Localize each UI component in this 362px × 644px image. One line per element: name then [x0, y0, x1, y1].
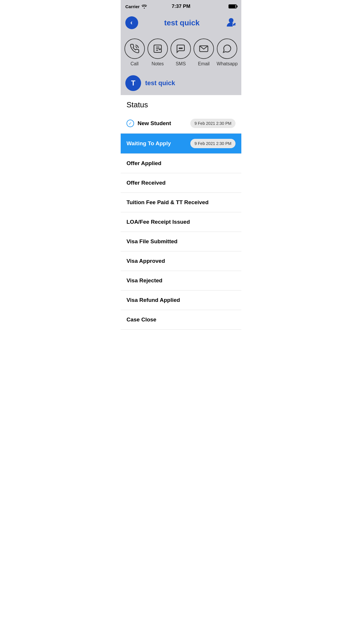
status-row-label-visa-approved: Visa Approved	[126, 258, 165, 264]
action-call[interactable]: Call	[124, 38, 145, 66]
contact-name: test quick	[145, 79, 175, 87]
status-row-label-visa-rejected: Visa Rejected	[126, 277, 162, 284]
status-item-waiting-to-apply[interactable]: Waiting To Apply9 Feb 2021 2:30 PM	[121, 134, 241, 154]
action-sms[interactable]: SMS	[171, 38, 191, 66]
status-row-case-close[interactable]: Case Close	[121, 310, 241, 330]
status-bar: Carrier 7:37 PM	[121, 0, 241, 13]
status-label-new-student: New Student	[138, 120, 171, 127]
status-label-waiting-to-apply: Waiting To Apply	[126, 140, 171, 147]
back-button[interactable]: ‹	[125, 16, 138, 29]
status-section-title: Status	[121, 95, 241, 113]
edit-user-icon	[226, 17, 237, 28]
call-icon	[130, 44, 140, 54]
action-email[interactable]: Email	[194, 38, 214, 66]
status-date-new-student: 9 Feb 2021 2:30 PM	[190, 119, 236, 128]
status-row-visa-rejected[interactable]: Visa Rejected	[121, 271, 241, 290]
status-bar-time: 7:37 PM	[172, 4, 190, 9]
email-icon	[199, 44, 209, 54]
sms-icon	[176, 44, 186, 54]
notes-circle	[147, 38, 168, 59]
status-item-left-new-student: ✓New Student	[126, 120, 171, 127]
email-label: Email	[198, 61, 210, 66]
status-row-label-offer-received: Offer Received	[126, 180, 166, 186]
status-row-label-loa-fee-receipt: LOA/Fee Receipt Issued	[126, 219, 190, 225]
battery-icon	[229, 4, 237, 8]
email-circle	[194, 38, 214, 59]
status-row-label-tuition-fee-paid: Tuition Fee Paid & TT Received	[126, 199, 209, 205]
actions-row: Call Notes SMS	[121, 34, 241, 72]
action-whatsapp[interactable]: Whatsapp	[217, 38, 238, 66]
status-bar-left: Carrier	[125, 4, 147, 9]
svg-point-7	[182, 48, 182, 49]
sms-label: SMS	[176, 61, 186, 66]
status-row-label-visa-refund-applied: Visa Refund Applied	[126, 297, 180, 303]
status-row-label-visa-file-submitted: Visa File Submitted	[126, 238, 178, 244]
contact-preview: T test quick	[121, 72, 241, 95]
status-bar-right	[229, 4, 237, 8]
page-title: test quick	[164, 18, 199, 27]
contact-avatar: T	[125, 75, 141, 91]
whatsapp-circle	[217, 38, 237, 59]
sms-circle	[171, 38, 191, 59]
wifi-icon	[141, 4, 147, 9]
check-icon-new-student: ✓	[126, 120, 134, 127]
contact-initials: T	[131, 79, 136, 87]
svg-point-0	[229, 18, 233, 23]
status-row-tuition-fee-paid[interactable]: Tuition Fee Paid & TT Received	[121, 193, 241, 212]
call-circle	[124, 38, 145, 59]
status-row-visa-approved[interactable]: Visa Approved	[121, 251, 241, 271]
whatsapp-icon	[222, 44, 232, 54]
call-label: Call	[131, 61, 139, 66]
status-row-label-offer-applied: Offer Applied	[126, 160, 161, 166]
status-list: ✓New Student9 Feb 2021 2:30 PMWaiting To…	[121, 113, 241, 330]
status-row-visa-refund-applied[interactable]: Visa Refund Applied	[121, 290, 241, 310]
main-content: Status ✓New Student9 Feb 2021 2:30 PMWai…	[121, 95, 241, 330]
notes-icon	[153, 44, 163, 54]
status-item-left-waiting-to-apply: Waiting To Apply	[126, 140, 171, 147]
status-row-offer-applied[interactable]: Offer Applied	[121, 154, 241, 173]
notes-label: Notes	[152, 61, 164, 66]
svg-point-6	[180, 48, 181, 49]
back-arrow-icon: ‹	[130, 20, 132, 26]
carrier-label: Carrier	[125, 4, 140, 9]
action-notes[interactable]: Notes	[147, 38, 168, 66]
svg-point-5	[179, 48, 180, 49]
status-item-new-student[interactable]: ✓New Student9 Feb 2021 2:30 PM	[121, 113, 241, 134]
status-row-offer-received[interactable]: Offer Received	[121, 173, 241, 193]
status-row-label-case-close: Case Close	[126, 316, 156, 323]
edit-user-button[interactable]	[226, 17, 237, 29]
status-row-loa-fee-receipt[interactable]: LOA/Fee Receipt Issued	[121, 212, 241, 232]
status-date-waiting-to-apply: 9 Feb 2021 2:30 PM	[190, 139, 236, 148]
status-row-visa-file-submitted[interactable]: Visa File Submitted	[121, 232, 241, 251]
whatsapp-label: Whatsapp	[217, 61, 238, 66]
header: ‹ test quick	[121, 13, 241, 34]
